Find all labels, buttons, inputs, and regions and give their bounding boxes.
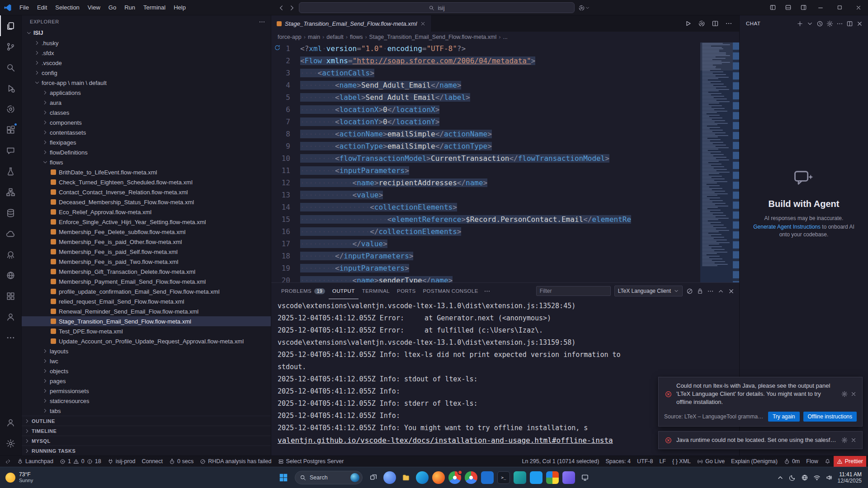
run-file-icon[interactable] [682, 18, 694, 29]
tray-expand-icon[interactable] [776, 474, 784, 482]
file-item[interactable]: Membership_Fee_is_paid_Other.flow-meta.x… [22, 237, 271, 247]
run-debug-icon[interactable] [0, 78, 22, 99]
code-line[interactable]: ············<name>recipientAddresses</na… [300, 177, 700, 189]
clear-output-icon[interactable] [686, 288, 693, 295]
folder-item[interactable]: config [22, 68, 271, 78]
menu-edit[interactable]: Edit [33, 4, 51, 11]
design-app-icon[interactable] [562, 471, 575, 484]
volume-icon[interactable] [825, 474, 833, 482]
code-line[interactable]: ········<actionName>emailSimple</actionN… [300, 128, 700, 140]
chat-history-icon[interactable] [815, 19, 825, 28]
folder-item[interactable]: .sfdx [22, 48, 271, 58]
status-indentation[interactable]: Spaces: 4 [602, 456, 634, 467]
code-editor[interactable]: 1234567891011121314151617181920 <?xml·ve… [271, 42, 739, 282]
generate-agent-instructions-link[interactable]: Generate Agent Instructions [753, 224, 821, 230]
code-line[interactable]: ········<name>Send_Adult_Email</name> [300, 79, 700, 91]
breadcrumb-item[interactable]: force-app [278, 34, 302, 40]
status-flow-status[interactable]: Flow [803, 456, 821, 467]
folder-item[interactable]: layouts [22, 346, 271, 356]
ai-assistant-icon[interactable] [0, 99, 22, 119]
chrome-profile-icon[interactable] [465, 471, 477, 484]
account-icon[interactable] [0, 412, 22, 433]
menu-run[interactable]: Run [120, 4, 139, 11]
folder-item[interactable]: tabs [22, 406, 271, 416]
code-line[interactable]: ············<name>senderType</name> [300, 274, 700, 282]
file-item[interactable]: Stage_Transition_Email_Send_Flow.flow-me… [22, 316, 271, 326]
test-beaker-icon[interactable] [0, 161, 22, 182]
menu-help[interactable]: Help [170, 4, 190, 11]
open-changes-icon[interactable] [696, 18, 708, 29]
code-line[interactable]: ········<locationX>0</locationX> [300, 103, 700, 116]
nav-back-icon[interactable] [278, 5, 285, 11]
source-control-icon[interactable] [0, 36, 22, 57]
status-cursor-position[interactable]: Ln 295, Col 1 (10714 selected) [519, 456, 602, 467]
output-channel-select[interactable]: LTeX Language Client [614, 286, 683, 296]
folder-item[interactable]: applications [22, 88, 271, 98]
code-line[interactable]: ········<label>Send·Adult·Email</label> [300, 91, 700, 103]
folder-item[interactable]: staticresources [22, 396, 271, 406]
file-item[interactable]: Enforce_Single_Active_Hijri_Year_Setting… [22, 217, 271, 227]
open-chat-in-editor-icon[interactable] [844, 19, 854, 28]
folder-item[interactable]: flows [22, 157, 271, 167]
status-remote-indicator[interactable] [2, 456, 14, 467]
code-line[interactable]: ········<actionType>emailSimple</actionT… [300, 140, 700, 152]
panel-tab-ports[interactable]: PORTS [393, 283, 419, 299]
panel-tabs-more-icon[interactable] [484, 288, 491, 295]
sidebar-section-outline[interactable]: OUTLINE [22, 416, 271, 426]
outlook-mail-icon[interactable] [481, 471, 494, 484]
close-tab-icon[interactable] [420, 21, 426, 27]
toggle-panel-icon[interactable] [780, 0, 796, 15]
maximize-panel-icon[interactable] [717, 288, 724, 295]
office-app-icon[interactable] [546, 471, 559, 484]
dev-app-icon[interactable] [514, 471, 526, 484]
editor-more-icon[interactable] [723, 18, 735, 29]
chat-extension-icon[interactable] [0, 140, 22, 161]
sidebar-section-running-tasks[interactable]: RUNNING TASKS [22, 446, 271, 455]
extensions-icon[interactable] [0, 119, 22, 140]
status-language-mode[interactable]: { } XML [669, 456, 694, 467]
menu-terminal[interactable]: Terminal [139, 4, 170, 11]
status-postgres-server[interactable]: Select Postgres Server [275, 456, 347, 467]
cloud-icon[interactable] [0, 223, 22, 244]
breadcrumb-item[interactable]: Stage_Transition_Email_Send_Flow.flow-me… [369, 34, 497, 40]
status-rhda-status[interactable]: RHDA analysis has failed [197, 456, 274, 467]
menu-view[interactable]: View [84, 4, 104, 11]
notification-close-icon[interactable] [850, 436, 857, 444]
panel-tab-terminal[interactable]: TERMINAL [359, 283, 393, 299]
task-view-icon[interactable] [367, 471, 380, 484]
folder-item[interactable]: .vscode [22, 58, 271, 68]
close-button[interactable] [849, 0, 868, 15]
folder-item[interactable]: .husky [22, 38, 271, 48]
minimize-button[interactable] [811, 0, 830, 15]
breadcrumb-item[interactable]: ... [503, 34, 507, 40]
file-item[interactable]: BrithDate_to_LifeEvent.flow-meta.xml [22, 167, 271, 177]
panel-tab-postman-console[interactable]: POSTMAN CONSOLE [420, 283, 482, 299]
file-item[interactable]: Update_Account_on_Profile_Update_Request… [22, 336, 271, 346]
status-org-connection[interactable]: isij-prod [104, 456, 139, 467]
folder-item[interactable]: lwc [22, 356, 271, 366]
status-explain-denigma[interactable]: Explain (Denigma) [728, 456, 781, 467]
vscode-app-icon[interactable] [530, 471, 542, 484]
code-line[interactable]: ············</value> [300, 238, 700, 250]
explorer-more-actions-icon[interactable] [259, 19, 265, 25]
container-icon[interactable] [0, 244, 22, 265]
profile-icon[interactable] [0, 306, 22, 327]
panel-tab-problems[interactable]: PROBLEMS19 [278, 283, 329, 299]
sidebar-section-timeline[interactable]: TIMELINE [22, 426, 271, 436]
code-line[interactable]: ········<locationY>0</locationY> [300, 116, 700, 128]
file-item[interactable]: Contact_Contact_Inverse_Relation.flow-me… [22, 187, 271, 197]
menu-file[interactable]: File [15, 4, 33, 11]
folder-item[interactable]: flexipages [22, 137, 271, 147]
status-notifications-bell[interactable] [821, 456, 834, 467]
minimap-viewport[interactable] [700, 42, 733, 70]
status-problems-summary[interactable]: 1018 [57, 456, 104, 467]
file-item[interactable]: Renewal_Reminder_Send_Email_Flow.flow-me… [22, 306, 271, 316]
code-line[interactable]: ········<inputParameters> [300, 164, 700, 177]
folder-item[interactable]: classes [22, 108, 271, 117]
api-client-icon[interactable] [0, 265, 22, 286]
offline-instructions-button[interactable]: Offline instructions [803, 412, 857, 422]
explorer-icon[interactable] [0, 15, 22, 36]
editor-tab[interactable]: Stage_Transition_Email_Send_Flow.flow-me… [271, 15, 432, 32]
network-globe-icon[interactable] [801, 474, 809, 482]
file-item[interactable]: Eco_Relief_Approval.flow-meta.xml [22, 207, 271, 217]
